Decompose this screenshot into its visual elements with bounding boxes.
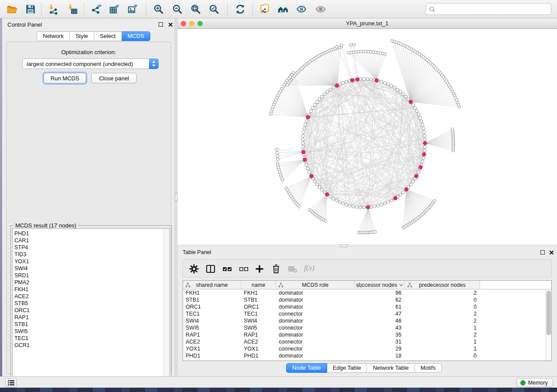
table-row[interactable]: RAP1RAP1dominator352 xyxy=(183,331,546,338)
float-window-icon[interactable] xyxy=(540,250,545,254)
export-network-button[interactable] xyxy=(87,1,105,17)
tab-node-table[interactable]: Node Table xyxy=(286,363,327,373)
first-neighbors-button[interactable] xyxy=(274,1,292,17)
deselect-all-button[interactable] xyxy=(237,263,250,275)
mcds-node-item[interactable]: FKH1 xyxy=(14,286,170,293)
column-view-button[interactable] xyxy=(204,263,217,275)
tab-style[interactable]: Style xyxy=(70,31,94,41)
close-panel-icon[interactable] xyxy=(549,250,554,255)
table-row[interactable]: STB1STB1dominator620 xyxy=(183,296,546,303)
close-panel-button[interactable]: Close panel xyxy=(91,73,137,83)
mcds-node-item[interactable]: GCR1 xyxy=(14,342,170,349)
import-table-icon xyxy=(67,3,78,15)
mcds-node-item[interactable]: PHD1 xyxy=(14,230,170,237)
zoom-in-button[interactable] xyxy=(150,1,167,17)
run-mcds-button[interactable]: Run MCDS xyxy=(44,73,86,83)
network-graph[interactable] xyxy=(177,29,557,244)
criterion-select[interactable]: largest connected component (undirected) xyxy=(22,58,159,69)
table-row[interactable]: ACE2ACE2connector311 xyxy=(183,338,546,345)
table-row[interactable]: YOX1YOX1connector291 xyxy=(183,345,546,352)
zoom-selected-button[interactable] xyxy=(205,1,223,17)
zoom-selected-icon xyxy=(208,3,220,15)
table-settings-button[interactable] xyxy=(187,263,201,275)
cell-name: FKH1 xyxy=(241,289,276,296)
cell-name: PHD1 xyxy=(241,352,276,359)
table-row[interactable]: ORC1ORC1dominator610 xyxy=(183,303,546,310)
mcds-node-item[interactable]: SRD1 xyxy=(14,272,170,279)
columns-icon xyxy=(205,264,216,274)
import-network-button[interactable] xyxy=(45,1,62,17)
trash-icon xyxy=(271,264,281,274)
tab-mcds[interactable]: MCDS xyxy=(122,31,150,41)
mcds-result-group: MCDS result (17 nodes) PHD1CAR1STP4TID3Y… xyxy=(10,225,172,387)
mcds-node-item[interactable]: CAR1 xyxy=(14,237,170,244)
network-canvas[interactable] xyxy=(177,29,557,244)
column-header-shared-name[interactable]: shared name xyxy=(183,281,241,289)
export-image-button[interactable] xyxy=(124,1,142,17)
mcds-node-item[interactable]: STP4 xyxy=(14,244,170,251)
table-toolbar: f(x) xyxy=(183,259,552,278)
tab-network-table[interactable]: Network Table xyxy=(367,363,415,373)
table-scrollbar[interactable] xyxy=(546,289,551,361)
cell-name: STB1 xyxy=(241,296,276,303)
folder-icon xyxy=(7,3,18,15)
table-row[interactable]: PHD1PHD1dominator180 xyxy=(183,352,546,359)
unchecked-boxes-icon xyxy=(239,264,249,274)
memory-button[interactable]: Memory xyxy=(516,378,553,387)
search-box xyxy=(426,3,551,15)
mcds-node-item[interactable]: RAP1 xyxy=(14,314,170,321)
mcds-node-item[interactable]: ACE2 xyxy=(14,293,170,300)
show-graphics-details-button[interactable] xyxy=(312,1,329,17)
column-header-MCDS-role[interactable]: MCDS role xyxy=(276,281,355,289)
import-table-button[interactable] xyxy=(64,1,81,17)
mcds-node-item[interactable]: YOX1 xyxy=(14,258,170,265)
table-row[interactable]: SWI5SWI5connector431 xyxy=(183,324,546,331)
mcds-node-item[interactable]: SWI5 xyxy=(14,328,170,335)
function-builder-button[interactable]: f(x) xyxy=(303,263,321,275)
select-all-button[interactable] xyxy=(221,263,234,275)
network-file-button[interactable] xyxy=(256,1,273,17)
mcds-node-item[interactable]: TEC1 xyxy=(14,335,170,342)
table-tabs: Node TableEdge TableNetwork TableMotifs xyxy=(286,363,442,373)
network-view-window: YPA_prune.txt_1 xyxy=(177,18,557,244)
cell-shared-name: YOX1 xyxy=(183,345,241,352)
zoom-out-button[interactable] xyxy=(169,1,186,17)
scrollbar-thumb[interactable] xyxy=(547,291,551,335)
float-window-icon[interactable] xyxy=(159,22,163,27)
mcds-node-item[interactable]: STB5 xyxy=(14,300,170,307)
tab-edge-table[interactable]: Edge Table xyxy=(327,363,367,373)
column-header-name[interactable]: name xyxy=(241,281,276,289)
close-panel-icon[interactable] xyxy=(168,22,173,27)
clear-table-button[interactable] xyxy=(286,263,299,275)
network-file-icon xyxy=(259,3,270,15)
mcds-node-item[interactable]: PMA2 xyxy=(14,279,170,286)
task-history-button[interactable] xyxy=(5,378,17,387)
application-window: Control Panel NetworkStyleSelectMCDS Opt… xyxy=(0,0,557,392)
mcds-node-item[interactable]: ORC1 xyxy=(14,307,170,314)
mcds-node-item[interactable]: STB1 xyxy=(14,321,170,328)
cell-shared-name: PHD1 xyxy=(183,352,241,359)
table-row[interactable]: FKH1FKH1dominator962 xyxy=(183,289,546,296)
column-header-successor-nodes[interactable]: successor nodes xyxy=(355,281,405,289)
mcds-node-item[interactable]: SWI4 xyxy=(14,265,170,272)
hide-graphics-details-button[interactable] xyxy=(293,1,310,17)
add-row-button[interactable] xyxy=(253,263,266,275)
tab-motifs[interactable]: Motifs xyxy=(415,363,442,373)
delete-row-button[interactable] xyxy=(270,263,283,275)
refresh-layout-button[interactable] xyxy=(232,1,249,17)
cell-shared-name: STB1 xyxy=(183,296,241,303)
list-scrollbar[interactable] xyxy=(163,229,170,384)
search-input[interactable] xyxy=(437,4,549,14)
table-panel-title: Table Panel xyxy=(183,249,211,255)
tab-network[interactable]: Network xyxy=(37,31,70,41)
save-session-button[interactable] xyxy=(22,1,39,17)
tab-select[interactable]: Select xyxy=(94,31,122,41)
column-header-predecessor-nodes[interactable]: predecessor nodes xyxy=(405,281,480,289)
table-row[interactable]: TEC1TEC1connector472 xyxy=(183,310,546,317)
open-file-button[interactable] xyxy=(3,1,21,17)
mcds-node-item[interactable]: TID3 xyxy=(14,251,170,258)
mcds-result-list[interactable]: PHD1CAR1STP4TID3YOX1SWI4SRD1PMA2FKH1ACE2… xyxy=(12,228,170,385)
table-row[interactable]: SWI4SWI4dominator462 xyxy=(183,317,546,324)
zoom-fit-button[interactable] xyxy=(187,1,204,17)
export-table-button[interactable] xyxy=(106,1,123,17)
